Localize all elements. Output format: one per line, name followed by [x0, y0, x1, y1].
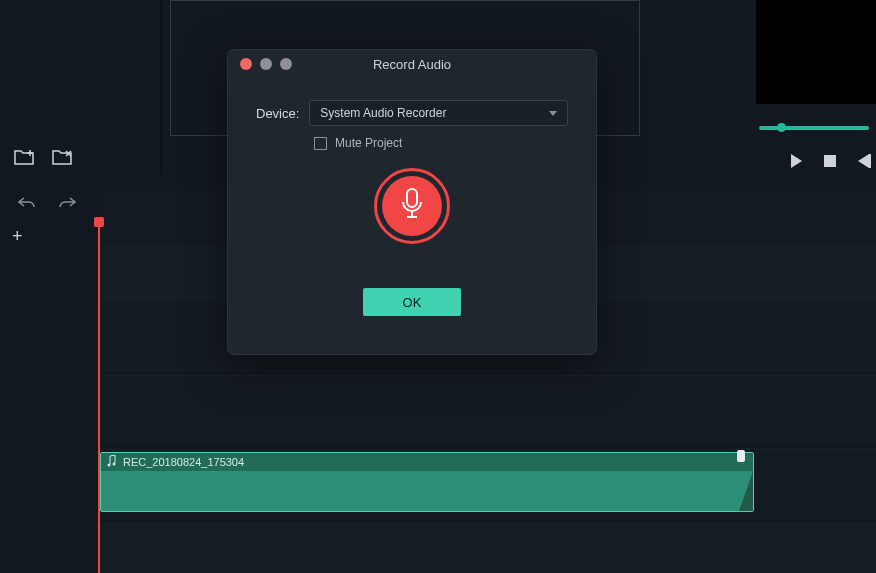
dialog-title: Record Audio: [373, 57, 451, 72]
mute-project-checkbox[interactable]: [314, 137, 327, 150]
ok-button[interactable]: OK: [363, 288, 461, 316]
play-button[interactable]: [791, 154, 802, 168]
mic-icon: [398, 187, 426, 225]
step-back-button[interactable]: [858, 154, 869, 168]
device-label: Device:: [256, 106, 299, 121]
zoom-icon[interactable]: [280, 58, 292, 70]
undo-icon[interactable]: [18, 194, 36, 212]
music-icon: [107, 455, 117, 469]
mute-project-label: Mute Project: [335, 136, 402, 150]
folder-add-icon[interactable]: [14, 148, 34, 164]
redo-icon[interactable]: [58, 194, 76, 212]
audio-clip[interactable]: REC_20180824_175304: [100, 452, 754, 512]
svg-point-11: [108, 464, 111, 467]
dialog-titlebar[interactable]: Record Audio: [228, 50, 596, 78]
minimize-icon[interactable]: [260, 58, 272, 70]
record-button[interactable]: [374, 168, 450, 244]
volume-knob[interactable]: [777, 123, 786, 132]
video-track-2[interactable]: [0, 376, 876, 448]
playhead[interactable]: [98, 218, 100, 573]
track-gutter: [0, 246, 98, 573]
add-track-button[interactable]: +: [12, 226, 23, 247]
device-select[interactable]: System Audio Recorder: [309, 100, 568, 126]
chevron-down-icon: [549, 111, 557, 116]
clip-fade-out[interactable]: [739, 471, 753, 511]
svg-point-12: [113, 463, 116, 466]
volume-slider[interactable]: [759, 126, 869, 130]
stop-button[interactable]: [824, 155, 836, 167]
record-audio-dialog: Record Audio Device: System Audio Record…: [228, 50, 596, 354]
folder-remove-icon[interactable]: [52, 148, 72, 164]
playback-controls: [759, 118, 869, 168]
playhead-handle[interactable]: [94, 217, 104, 227]
svg-rect-13: [407, 189, 417, 207]
clip-volume-handle[interactable]: [737, 450, 745, 462]
clip-name: REC_20180824_175304: [123, 456, 244, 468]
program-preview: [756, 0, 876, 104]
close-icon[interactable]: [240, 58, 252, 70]
panel-divider: [160, 0, 162, 175]
device-selected-value: System Audio Recorder: [320, 106, 446, 120]
